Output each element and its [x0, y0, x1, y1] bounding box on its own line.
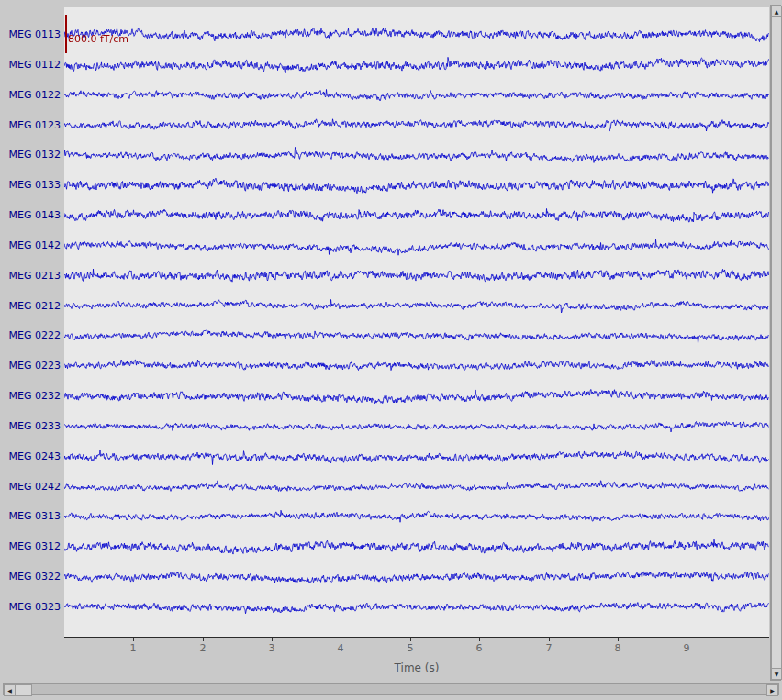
channel-label[interactable]: MEG 0132: [4, 149, 61, 161]
channel-label[interactable]: MEG 0212: [4, 300, 61, 313]
horizontal-scrollbar[interactable]: ◀ ▶: [3, 683, 779, 695]
plot-area[interactable]: 800.0 fT/cm: [64, 7, 769, 638]
tick-label: 4: [330, 642, 352, 654]
tick-label: 7: [538, 642, 560, 654]
channel-label[interactable]: MEG 0223: [4, 360, 61, 372]
channel-label[interactable]: MEG 0312: [4, 540, 61, 553]
tick-mark: [479, 638, 480, 641]
channel-label[interactable]: MEG 0243: [4, 450, 61, 463]
scale-label: 800.0 fT/cm: [68, 33, 128, 45]
channel-label[interactable]: MEG 0242: [4, 481, 61, 494]
vertical-scrollbar[interactable]: ▲ ▼: [770, 5, 781, 681]
channel-label[interactable]: MEG 0233: [4, 420, 61, 433]
tick-mark: [549, 638, 550, 641]
channel-label[interactable]: MEG 0143: [4, 209, 61, 222]
tick-mark: [687, 638, 687, 641]
vertical-scrollbar-thumb[interactable]: [771, 16, 782, 670]
tick-label: 6: [468, 642, 490, 654]
tick-label: 8: [607, 642, 629, 654]
tick-mark: [618, 638, 619, 641]
meg-data-browser-window: MEG 0113 MEG 0112 MEG 0122 MEG 0123 MEG …: [0, 0, 782, 700]
tick-label: 1: [122, 642, 144, 654]
tick-mark: [410, 638, 411, 641]
channel-label[interactable]: MEG 0232: [4, 390, 61, 403]
horizontal-scrollbar-thumb[interactable]: [15, 684, 32, 696]
traces-canvas[interactable]: [64, 7, 769, 637]
channel-label[interactable]: MEG 0323: [4, 601, 61, 614]
scroll-right-icon[interactable]: ▶: [766, 684, 778, 696]
tick-label: 5: [399, 642, 421, 654]
tick-label: 2: [192, 642, 214, 654]
channel-label[interactable]: MEG 0133: [4, 179, 61, 192]
tick-mark: [203, 638, 204, 641]
tick-mark: [341, 638, 341, 641]
scroll-down-icon[interactable]: ▼: [771, 668, 782, 680]
channel-label[interactable]: MEG 0213: [4, 270, 61, 283]
channel-label[interactable]: MEG 0112: [4, 59, 61, 72]
scale-bar: [65, 15, 67, 53]
channel-label[interactable]: MEG 0313: [4, 510, 61, 523]
channel-label[interactable]: MEG 0122: [4, 89, 61, 102]
channel-label[interactable]: MEG 0113: [4, 28, 61, 41]
channel-label[interactable]: MEG 0322: [4, 571, 61, 583]
tick-mark: [272, 638, 273, 641]
channel-label[interactable]: MEG 0123: [4, 119, 61, 132]
time-axis-label: Time (s): [64, 661, 769, 674]
tick-mark: [133, 638, 134, 641]
channel-label[interactable]: MEG 0142: [4, 239, 61, 252]
channel-label[interactable]: MEG 0222: [4, 329, 61, 342]
tick-label: 9: [676, 642, 698, 654]
tick-label: 3: [261, 642, 283, 654]
